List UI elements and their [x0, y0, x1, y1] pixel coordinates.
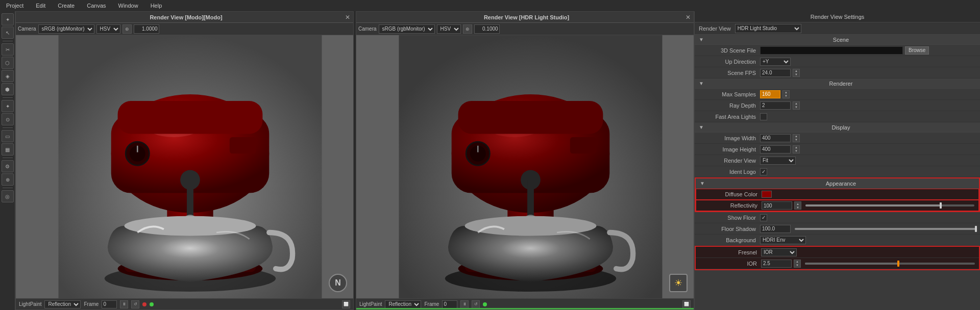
ior-spinner[interactable]: ▲ ▼ [794, 260, 801, 268]
max-samples-spinner-up[interactable]: ▲ [783, 91, 789, 94]
reflectivity-slider-track[interactable] [805, 204, 974, 206]
browse-button[interactable]: Browse [905, 46, 929, 55]
value-input-2[interactable] [474, 24, 500, 34]
ray-depth-value: ▲ ▼ [760, 101, 976, 110]
settings-render-view-select[interactable]: HDR Light Studio [735, 24, 801, 33]
footer-play-btn-1[interactable]: ⏸ [120, 300, 128, 308]
toolbar-btn-10[interactable]: ▦ [2, 143, 14, 156]
toolbar-btn-8[interactable]: ⊙ [2, 113, 14, 125]
colorspace-select-2[interactable]: sRGB (rgbMonitor) [379, 24, 435, 34]
max-samples-input[interactable] [760, 90, 780, 98]
scene-section-header[interactable]: ▼ Scene [695, 35, 980, 45]
spinner-up[interactable]: ▲ [793, 69, 799, 73]
footer-mode-select-1[interactable]: Reflection [44, 300, 81, 308]
mixer-image-1 [27, 35, 353, 298]
menu-canvas[interactable]: Canvas [85, 2, 108, 10]
toolbar-btn-4[interactable]: ⬡ [2, 57, 14, 69]
ior-slider-handle[interactable] [897, 261, 899, 267]
image-height-spinner[interactable]: ▲ ▼ [793, 145, 800, 153]
ior-input[interactable] [761, 260, 792, 268]
reflectivity-input[interactable] [762, 201, 792, 210]
reflectivity-slider-handle[interactable] [940, 202, 942, 209]
svg-rect-16 [230, 137, 256, 153]
background-select[interactable]: HDRI Env [760, 236, 806, 244]
toolbar-btn-5[interactable]: ◈ [2, 70, 14, 82]
footer-frame-input-1[interactable] [102, 300, 117, 308]
image-height-input[interactable] [760, 145, 791, 153]
image-width-spinner-down[interactable]: ▼ [793, 138, 799, 142]
ray-depth-input[interactable] [760, 101, 791, 110]
image-height-spinner-down[interactable]: ▼ [793, 149, 799, 153]
toolbar-sep-4 [3, 158, 13, 158]
toolbar-btn-12[interactable]: ⊕ [2, 173, 14, 186]
max-samples-spinner-down[interactable]: ▼ [783, 94, 789, 98]
menu-create[interactable]: Create [56, 2, 77, 10]
up-direction-select[interactable]: +Y [760, 58, 791, 66]
footer-frame-input-2[interactable] [442, 300, 457, 308]
settings-header-label1: Render View [699, 25, 731, 32]
north-icon-1[interactable]: N [329, 274, 347, 292]
ray-depth-spinner[interactable]: ▲ ▼ [793, 101, 800, 110]
display-arrow: ▼ [699, 124, 704, 130]
max-samples-spinner[interactable]: ▲ ▼ [782, 90, 790, 98]
footer-play-btn-2[interactable]: ⏸ [460, 300, 469, 308]
menu-project[interactable]: Project [4, 2, 26, 10]
viewport-close-1[interactable]: ✕ [345, 14, 350, 21]
appearance-section-header[interactable]: ▼ Appearance [696, 178, 979, 189]
spinner-down[interactable]: ▼ [793, 73, 799, 76]
footer-expand-btn-1[interactable]: ⬜ [342, 300, 350, 308]
mode-select-1[interactable]: HSV [96, 24, 120, 34]
ident-logo-value: ✓ [760, 168, 976, 175]
image-height-spinner-up[interactable]: ▲ [793, 146, 799, 149]
renderer-section-header[interactable]: ▼ Renderer [695, 79, 980, 89]
menu-help[interactable]: Help [149, 2, 164, 10]
fast-area-lights-checkbox[interactable] [760, 113, 767, 120]
reflectivity-spinner[interactable]: ▲ ▼ [794, 201, 801, 210]
value-input-1[interactable] [134, 24, 159, 34]
ctrl-icon-1[interactable]: ⊛ [122, 24, 132, 34]
footer-refresh-btn-2[interactable]: ↺ [472, 300, 480, 308]
floor-shadow-handle[interactable] [975, 226, 977, 232]
renderer-arrow: ▼ [699, 81, 704, 86]
sun-icon-2[interactable]: ☀ [669, 274, 688, 292]
mode-select-2[interactable]: HSV [437, 24, 461, 34]
scene-fps-input[interactable] [760, 69, 791, 77]
menu-window[interactable]: Window [116, 2, 140, 10]
toolbar-btn-7[interactable]: ✦ [2, 100, 14, 112]
scene-file-input[interactable] [760, 46, 903, 55]
toolbar-btn-9[interactable]: ▭ [2, 130, 14, 142]
fresnel-select[interactable]: IOR [761, 248, 797, 256]
ior-slider-track[interactable] [805, 263, 975, 265]
reflectivity-spinner-up[interactable]: ▲ [795, 202, 801, 205]
ray-depth-spinner-up[interactable]: ▲ [793, 102, 799, 106]
image-width-spinner-up[interactable]: ▲ [793, 135, 799, 138]
floor-shadow-slider[interactable] [795, 228, 976, 230]
footer-mode-select-2[interactable]: Reflection [385, 300, 421, 308]
show-floor-checkbox[interactable]: ✓ [760, 214, 767, 221]
image-width-input[interactable] [760, 134, 791, 142]
menu-bar: Project Edit Create Canvas Window Help [0, 0, 980, 11]
toolbar-btn-1[interactable]: ✦ [2, 13, 14, 25]
ident-logo-checkbox[interactable]: ✓ [760, 168, 767, 175]
footer-refresh-btn-1[interactable]: ↺ [131, 300, 139, 308]
ior-spinner-up[interactable]: ▲ [794, 260, 800, 264]
image-width-spinner[interactable]: ▲ ▼ [793, 134, 800, 142]
toolbar-btn-11[interactable]: ⚙ [2, 160, 14, 172]
ctrl-icon-2[interactable]: ⊛ [463, 24, 472, 34]
reflectivity-spinner-down[interactable]: ▼ [795, 205, 801, 209]
menu-edit[interactable]: Edit [34, 2, 47, 10]
toolbar-btn-3[interactable]: ✂ [2, 43, 14, 56]
toolbar-btn-6[interactable]: ⬢ [2, 83, 14, 95]
ray-depth-spinner-down[interactable]: ▼ [793, 106, 799, 109]
viewport-close-2[interactable]: ✕ [685, 14, 691, 21]
scene-fps-spinner[interactable]: ▲ ▼ [793, 69, 800, 77]
render-view-dropdown[interactable]: Fit [760, 157, 796, 165]
display-section-header[interactable]: ▼ Display [695, 122, 980, 133]
diffuse-color-swatch[interactable] [762, 191, 772, 198]
toolbar-btn-2[interactable]: ↖ [2, 27, 14, 39]
ior-spinner-down[interactable]: ▼ [794, 264, 800, 267]
colorspace-select-1[interactable]: sRGB (rgbMonitor) [38, 24, 94, 34]
footer-expand-btn-2[interactable]: ⬜ [682, 300, 691, 308]
toolbar-btn-13[interactable]: ◎ [2, 190, 14, 202]
floor-shadow-input[interactable] [760, 225, 791, 233]
